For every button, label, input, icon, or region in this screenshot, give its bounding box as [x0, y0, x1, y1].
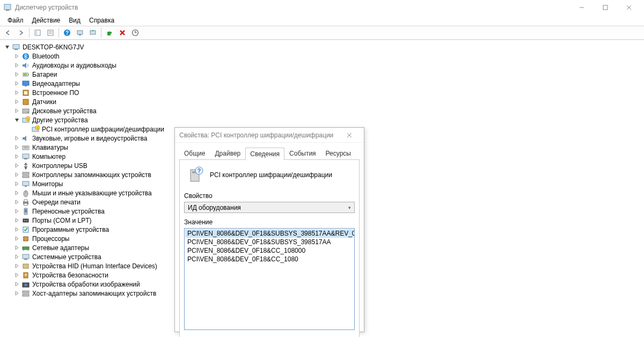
svg-rect-43 [24, 158, 27, 159]
menu-action[interactable]: Действие [28, 16, 65, 25]
collapsed-caret-icon[interactable] [13, 290, 20, 297]
tab-details[interactable]: Сведения [245, 148, 284, 160]
menu-help[interactable]: Справка [85, 16, 119, 25]
tree-row[interactable]: Датчики [1, 97, 644, 106]
expanded-caret-icon[interactable] [3, 43, 11, 51]
collapsed-caret-icon[interactable] [13, 80, 20, 87]
collapsed-caret-icon[interactable] [13, 272, 20, 279]
tree-row[interactable]: Видеоадаптеры [1, 79, 644, 88]
hardware-id-item[interactable]: PCI\VEN_8086&DEV_0F18&CC_1080 [185, 255, 354, 263]
tree-label: Программные устройства [32, 226, 109, 233]
help-button[interactable]: ? [61, 27, 73, 39]
collapsed-caret-icon[interactable] [13, 189, 20, 197]
tree-label: Процессоры [32, 235, 70, 243]
menu-view[interactable]: Вид [64, 16, 85, 25]
tab-driver[interactable]: Драйвер [210, 147, 245, 159]
collapsed-caret-icon[interactable] [13, 180, 20, 188]
svg-rect-75 [23, 291, 29, 293]
imaging-icon [21, 280, 30, 289]
tree-row[interactable]: !Другие устройства [1, 115, 644, 124]
hardware-id-item[interactable]: PCI\VEN_8086&DEV_0F18&SUBSYS_398517AA [185, 238, 354, 246]
collapsed-caret-icon[interactable] [13, 199, 20, 206]
show-hide-tree-button[interactable] [32, 27, 43, 39]
value-listbox[interactable]: PCI\VEN_8086&DEV_0F18&SUBSYS_398517AA&RE… [184, 228, 355, 330]
collapsed-caret-icon[interactable] [13, 153, 20, 160]
collapsed-caret-icon[interactable] [13, 89, 20, 97]
svg-point-72 [25, 274, 27, 275]
collapsed-caret-icon[interactable] [13, 244, 20, 252]
scan-hardware-button[interactable] [74, 27, 86, 39]
tree-label: DESKTOP-6KNG7JV [23, 43, 84, 51]
update-driver-button[interactable] [87, 27, 99, 39]
collapsed-caret-icon[interactable] [13, 53, 20, 60]
collapsed-caret-icon[interactable] [13, 107, 20, 115]
tree-label: Датчики [32, 98, 56, 106]
computer-icon [12, 43, 20, 52]
minimize-button[interactable] [570, 0, 594, 15]
dialog-titlebar[interactable]: Свойства: PCI контроллер шифрации/дешифр… [175, 128, 364, 143]
collapsed-caret-icon[interactable] [13, 217, 20, 224]
svg-rect-13 [77, 31, 83, 34]
collapsed-caret-icon[interactable] [13, 98, 20, 106]
tree-row[interactable]: Батареи [1, 70, 644, 79]
collapsed-caret-icon[interactable] [13, 162, 20, 170]
dialog-tabs: Общие Драйвер Сведения События Ресурсы [175, 143, 364, 159]
svg-rect-55 [25, 209, 27, 213]
uninstall-device-button[interactable] [116, 27, 128, 39]
collapsed-caret-icon[interactable] [13, 262, 20, 270]
svg-rect-24 [28, 74, 29, 75]
expanded-caret-icon[interactable] [13, 116, 20, 124]
tree-label: Аудиовходы и аудиовыходы [32, 62, 116, 69]
tree-row[interactable]: Дисковые устройства [1, 106, 644, 115]
svg-rect-20 [13, 45, 19, 49]
tree-label: Устройства обработки изображений [32, 281, 140, 288]
tab-events[interactable]: События [284, 147, 321, 159]
back-button[interactable] [2, 27, 14, 39]
collapsed-caret-icon[interactable] [13, 62, 20, 69]
hardware-id-item[interactable]: PCI\VEN_8086&DEV_0F18&CC_108000 [185, 246, 354, 255]
menu-file[interactable]: Файл [3, 16, 28, 25]
enable-device-button[interactable] [104, 27, 115, 39]
tab-general[interactable]: Общие [179, 147, 210, 159]
svg-point-44 [25, 167, 27, 169]
collapsed-caret-icon[interactable] [13, 135, 20, 142]
scan-changes-button[interactable] [129, 27, 141, 39]
tree-row[interactable]: Bluetooth [1, 52, 644, 61]
tree-label: Контроллеры запоминающих устройств [32, 171, 151, 179]
close-button[interactable] [617, 0, 641, 15]
tree-label: Сетевые адаптеры [32, 244, 89, 252]
svg-rect-21 [14, 49, 18, 50]
svg-rect-56 [23, 219, 28, 222]
forward-button[interactable] [15, 27, 27, 39]
hardware-id-item[interactable]: PCI\VEN_8086&DEV_0F18&SUBSYS_398517AA&RE… [185, 229, 354, 238]
collapsed-caret-icon[interactable] [13, 71, 20, 78]
svg-rect-15 [90, 31, 96, 34]
svg-rect-69 [24, 259, 27, 260]
property-dropdown[interactable]: ИД оборудования ▾ [184, 202, 355, 213]
properties-button[interactable] [45, 27, 56, 39]
svg-rect-1 [6, 10, 9, 11]
collapsed-caret-icon[interactable] [13, 253, 20, 261]
tree-label: Устройства HID (Human Interface Devices) [32, 262, 157, 270]
separator-icon [58, 28, 59, 38]
tab-resources[interactable]: Ресурсы [321, 147, 356, 159]
svg-rect-26 [23, 81, 29, 85]
collapsed-caret-icon[interactable] [13, 235, 20, 243]
tree-label: Мониторы [32, 180, 63, 188]
tree-row[interactable]: DESKTOP-6KNG7JV [1, 42, 644, 52]
collapsed-caret-icon[interactable] [13, 281, 20, 288]
titlebar: Диспетчер устройств [0, 0, 644, 15]
tree-label: Дисковые устройства [32, 107, 97, 115]
tree-row[interactable]: Аудиовходы и аудиовыходы [1, 61, 644, 70]
svg-rect-65 [23, 247, 29, 250]
maximize-button[interactable] [594, 0, 617, 15]
collapsed-caret-icon[interactable] [13, 208, 20, 215]
dialog-close-button[interactable] [347, 133, 360, 138]
svg-rect-48 [25, 186, 27, 187]
collapsed-caret-icon[interactable] [13, 144, 20, 151]
svg-rect-42 [23, 154, 29, 158]
collapsed-caret-icon[interactable] [13, 226, 20, 233]
system-icon [21, 253, 30, 261]
collapsed-caret-icon[interactable] [13, 171, 20, 179]
tree-row[interactable]: Встроенное ПО [1, 88, 644, 97]
